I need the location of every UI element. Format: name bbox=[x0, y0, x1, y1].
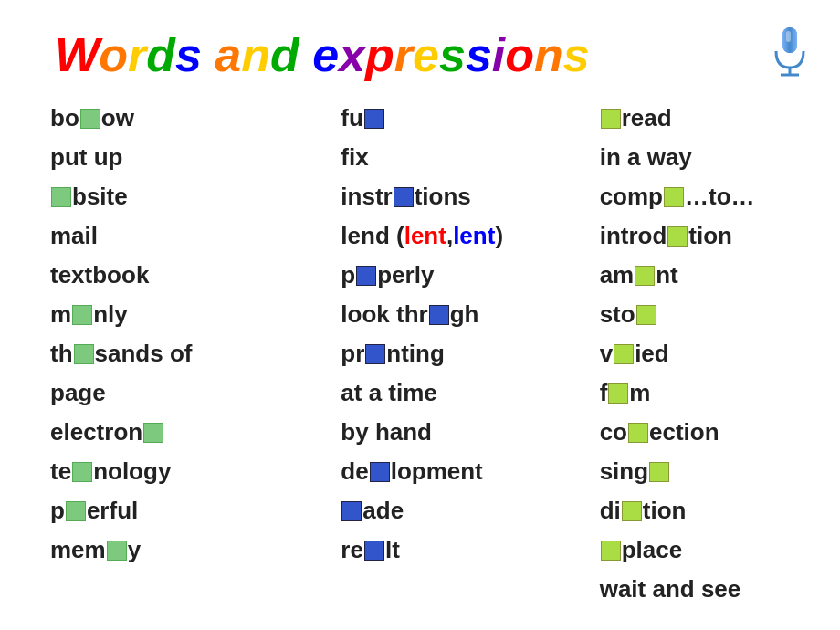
list-item: look thrgh bbox=[341, 297, 581, 332]
highlight-block bbox=[394, 187, 414, 207]
highlight-block bbox=[341, 501, 362, 521]
list-item: introdtion bbox=[600, 218, 840, 254]
lent-red-text: lent bbox=[404, 218, 446, 254]
highlight-block bbox=[72, 462, 92, 482]
list-item: sto bbox=[600, 297, 840, 332]
list-item: memy bbox=[50, 532, 290, 568]
list-item: page bbox=[50, 375, 290, 411]
svg-rect-4 bbox=[786, 31, 791, 42]
highlight-block bbox=[370, 462, 390, 482]
list-item: at a time bbox=[341, 375, 581, 411]
highlight-block bbox=[635, 266, 655, 286]
list-item: coection bbox=[600, 415, 840, 450]
microphone-icon bbox=[767, 26, 813, 76]
list-item: boow bbox=[50, 100, 290, 136]
list-item: pperly bbox=[341, 257, 581, 293]
list-item: ade bbox=[341, 493, 581, 529]
highlight-block bbox=[364, 541, 384, 561]
list-item: mail bbox=[50, 218, 290, 254]
list-item: tenology bbox=[50, 454, 290, 489]
highlight-block bbox=[143, 423, 163, 443]
list-item: fix bbox=[341, 140, 581, 175]
highlight-block bbox=[636, 305, 656, 325]
page-title: Words and expressions bbox=[55, 27, 590, 82]
highlight-block bbox=[614, 344, 634, 364]
highlight-block bbox=[622, 501, 642, 521]
list-item: by hand bbox=[341, 415, 581, 450]
lent-blue-text: lent bbox=[453, 218, 495, 254]
highlight-block bbox=[364, 109, 384, 129]
list-item: in a way bbox=[600, 140, 840, 175]
list-item: mnly bbox=[50, 297, 290, 332]
list-item: vied bbox=[600, 336, 840, 372]
highlight-block bbox=[66, 501, 86, 521]
highlight-block bbox=[601, 541, 621, 561]
list-item: textbook bbox=[50, 257, 290, 293]
highlight-block bbox=[667, 226, 688, 247]
list-item: lend ( lent, lent ) bbox=[341, 218, 581, 254]
highlight-block bbox=[356, 266, 376, 286]
highlight-block bbox=[51, 187, 71, 207]
list-item: delopment bbox=[341, 454, 581, 489]
list-item: thsands of bbox=[50, 336, 290, 372]
list-item: electron bbox=[50, 415, 290, 450]
list-item: prnting bbox=[341, 336, 581, 372]
highlight-block bbox=[72, 305, 92, 325]
list-item: fm bbox=[600, 375, 840, 411]
content-area: boow put up bsite mail textbook mnly ths… bbox=[0, 100, 840, 630]
list-item: dition bbox=[600, 493, 840, 529]
highlight-block bbox=[429, 305, 449, 325]
list-item: fu bbox=[341, 100, 581, 136]
highlight-block bbox=[74, 344, 94, 364]
list-item: perful bbox=[50, 493, 290, 529]
list-item: comp…to… bbox=[600, 179, 840, 215]
highlight-block bbox=[80, 109, 100, 129]
highlight-block bbox=[649, 462, 669, 482]
list-item: relt bbox=[341, 532, 581, 568]
highlight-block bbox=[664, 187, 684, 207]
list-item: place bbox=[600, 532, 840, 568]
list-item: put up bbox=[50, 140, 290, 175]
list-item: read bbox=[600, 100, 840, 136]
list-item: bsite bbox=[50, 179, 290, 215]
highlight-block bbox=[608, 383, 628, 404]
list-item: instrtions bbox=[341, 179, 581, 215]
list-item: amnt bbox=[600, 257, 840, 293]
list-item: sing bbox=[600, 454, 840, 489]
column-2: fu fix instrtions lend ( lent, lent ) pp… bbox=[290, 100, 581, 630]
column-1: boow put up bsite mail textbook mnly ths… bbox=[0, 100, 290, 630]
highlight-block bbox=[365, 344, 385, 364]
list-item: wait and see bbox=[600, 572, 840, 607]
highlight-block bbox=[628, 423, 648, 443]
highlight-block bbox=[601, 109, 621, 129]
highlight-block bbox=[107, 541, 127, 561]
column-3: read in a way comp…to… introdtion amnt s… bbox=[582, 100, 840, 630]
